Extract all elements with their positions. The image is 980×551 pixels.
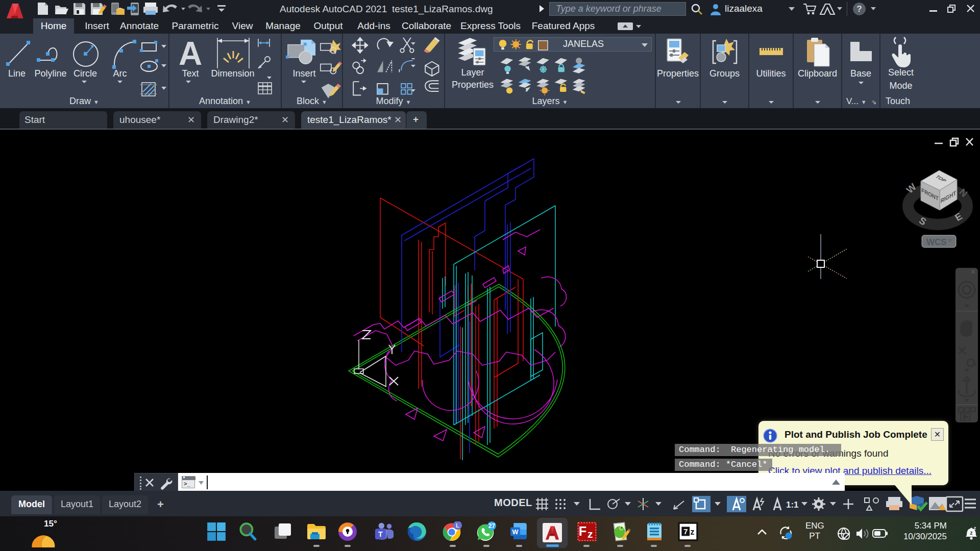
svg-text:T: T — [378, 530, 383, 538]
svg-text:F: F — [579, 524, 586, 538]
svg-text:1:1: 1:1 — [786, 500, 799, 510]
svg-text:7: 7 — [683, 528, 688, 536]
svg-text:W: W — [512, 529, 519, 536]
svg-text:z: z — [690, 528, 694, 536]
svg-text:z: z — [970, 530, 973, 536]
svg-text:z: z — [974, 526, 976, 531]
svg-text:WCS: WCS — [926, 237, 947, 247]
svg-text:L: L — [456, 522, 459, 529]
svg-text:27: 27 — [488, 522, 496, 530]
svg-text:z: z — [587, 528, 593, 540]
